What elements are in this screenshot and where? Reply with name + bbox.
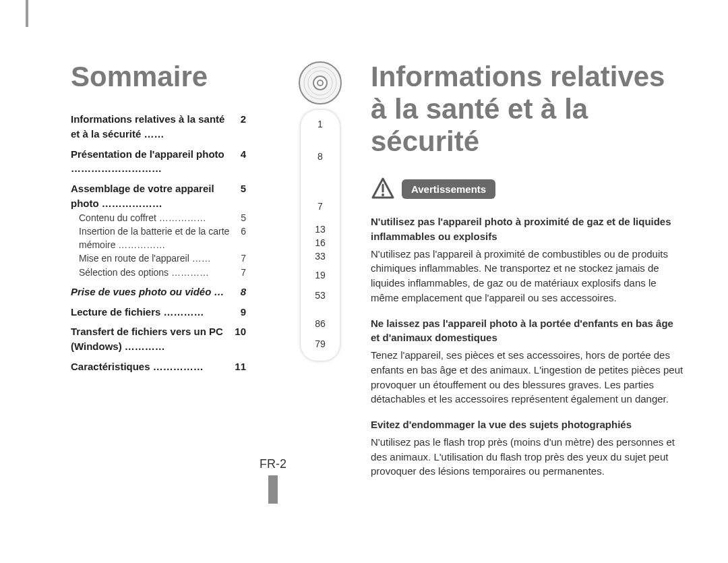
toc-label: Caractéristiques …………… bbox=[71, 359, 231, 374]
ref-page: 1 bbox=[311, 119, 329, 129]
page-number: FR-2 bbox=[260, 457, 286, 504]
toc-label: Prise de vues photo ou vidéo … bbox=[71, 285, 237, 299]
toc-page: 10 bbox=[235, 324, 246, 354]
ref-page: 86 bbox=[311, 319, 329, 328]
ref-page: 8 bbox=[311, 152, 329, 161]
table-of-contents: Informations relatives à la santé et à l… bbox=[71, 112, 246, 374]
toc-entry-assemblage: Assemblage de votre appareil photo ……………… bbox=[71, 181, 246, 211]
warning-heading: Evitez d'endommager la vue des sujets ph… bbox=[371, 417, 684, 432]
toc-page: 4 bbox=[241, 147, 246, 177]
avertissements-badge: Avertissements bbox=[402, 179, 495, 199]
ref-page: 7 bbox=[311, 202, 329, 211]
warning-heading: N'utilisez pas l'appareil photo à proxim… bbox=[371, 214, 684, 244]
toc-entry-presentation: Présentation de l'appareil photo …………………… bbox=[71, 147, 246, 177]
toc-entry-sante-securite: Informations relatives à la santé et à l… bbox=[71, 112, 246, 142]
cd-disc-icon bbox=[298, 61, 342, 105]
warning-block: N'utilisez pas l'appareil photo à proxim… bbox=[371, 214, 684, 305]
svg-point-6 bbox=[382, 194, 384, 196]
full-manual-page-refs: 1 8 7 13 16 33 19 53 86 79 bbox=[297, 61, 344, 361]
warning-triangle-icon bbox=[371, 177, 395, 201]
toc-label: Assemblage de votre appareil photo ……………… bbox=[71, 181, 237, 211]
warning-heading: Ne laissez pas l'appareil photo à la por… bbox=[371, 316, 684, 346]
toc-page: 2 bbox=[241, 112, 246, 142]
toc-label: Présentation de l'appareil photo …………………… bbox=[71, 147, 237, 177]
toc-entry-prise-de-vues: Prise de vues photo ou vidéo …8 bbox=[71, 285, 246, 299]
toc-label: Transfert de fichiers vers un PC (Window… bbox=[71, 324, 231, 354]
toc-label: Insertion de la batterie et de la carte … bbox=[79, 225, 241, 252]
toc-entry-transfert-pc: Transfert de fichiers vers un PC (Window… bbox=[71, 324, 246, 354]
ref-page: 33 bbox=[311, 251, 329, 261]
toc-page: 9 bbox=[241, 305, 246, 320]
toc-page: 7 bbox=[241, 266, 246, 279]
avertissements-label: Avertissements bbox=[371, 177, 495, 201]
toc-label: Sélection des options ………… bbox=[79, 266, 241, 279]
ref-page: 53 bbox=[311, 291, 329, 300]
warning-block: Evitez d'endommager la vue des sujets ph… bbox=[371, 417, 684, 479]
toc-label: Informations relatives à la santé et à l… bbox=[71, 112, 237, 142]
toc-page: 8 bbox=[241, 285, 246, 299]
toc-label: Contenu du coffret …………… bbox=[79, 211, 241, 225]
ref-page: 16 bbox=[311, 238, 329, 247]
toc-entry-lecture-fichiers: Lecture de fichiers ………… 9 bbox=[71, 305, 246, 320]
toc-sub-selection-options: Sélection des options …………7 bbox=[71, 266, 246, 279]
ref-page-list: 1 8 7 13 16 33 19 53 86 79 bbox=[300, 109, 340, 361]
section-heading: Informations relatives à la santé et à l… bbox=[371, 61, 684, 158]
right-column: Informations relatives à la santé et à l… bbox=[344, 61, 684, 543]
page-number-text: FR-2 bbox=[260, 457, 286, 471]
toc-sub-insertion-batterie: Insertion de la batterie et de la carte … bbox=[71, 225, 246, 252]
toc-page: 5 bbox=[241, 181, 246, 211]
page-number-bar bbox=[268, 475, 278, 504]
ref-page: 19 bbox=[311, 270, 329, 280]
left-column: Sommaire Informations relatives à la san… bbox=[71, 61, 344, 543]
toc-page: 7 bbox=[241, 251, 246, 265]
svg-point-4 bbox=[317, 80, 323, 86]
toc-page: 6 bbox=[241, 225, 246, 252]
toc-sub-mise-en-route: Mise en route de l'appareil ……7 bbox=[71, 251, 246, 265]
ref-page: 79 bbox=[311, 339, 329, 349]
warning-block: Ne laissez pas l'appareil photo à la por… bbox=[371, 316, 684, 407]
page: Sommaire Informations relatives à la san… bbox=[0, 0, 728, 563]
warning-body: N'utilisez pas le flash trop près (moins… bbox=[371, 436, 675, 477]
columns: Sommaire Informations relatives à la san… bbox=[71, 61, 684, 543]
ref-page: 13 bbox=[311, 225, 329, 234]
toc-label: Lecture de fichiers ………… bbox=[71, 305, 237, 320]
toc-label: Mise en route de l'appareil …… bbox=[79, 251, 241, 265]
toc-sub-contenu-coffret: Contenu du coffret ……………5 bbox=[71, 211, 246, 225]
toc-page: 11 bbox=[235, 359, 246, 374]
toc-page: 5 bbox=[241, 211, 246, 225]
warning-body: N'utilisez pas l'appareil à proximité de… bbox=[371, 248, 668, 303]
toc-entry-caracteristiques: Caractéristiques …………… 11 bbox=[71, 359, 246, 374]
warning-body: Tenez l'appareil, ses pièces et ses acce… bbox=[371, 349, 683, 405]
